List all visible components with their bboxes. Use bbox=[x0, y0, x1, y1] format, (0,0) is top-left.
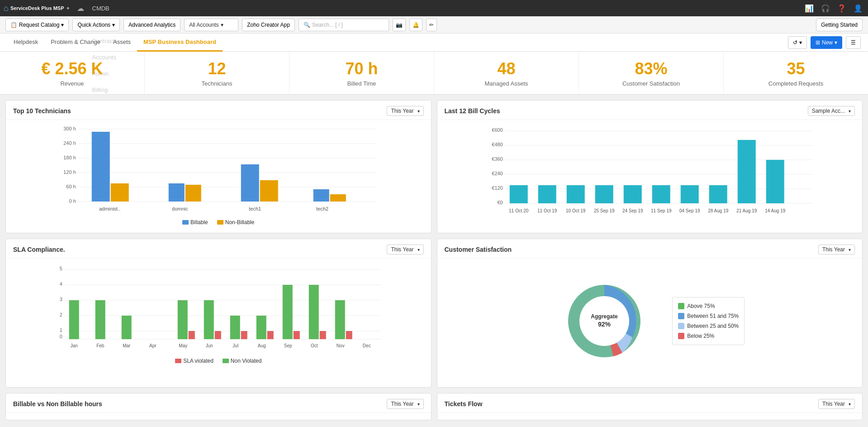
bar-aug-nv[interactable] bbox=[256, 316, 266, 339]
pencil-icon[interactable]: ✏ bbox=[426, 19, 437, 31]
legend-violated-label: SLA violated bbox=[183, 358, 213, 364]
bar-sep19-3[interactable] bbox=[652, 185, 670, 203]
advanced-analytics-btn[interactable]: Advanced Analytics bbox=[123, 19, 180, 31]
tab-assets[interactable]: Assets bbox=[107, 34, 137, 52]
sla-legend: SLA violated Non Violated bbox=[13, 358, 424, 364]
bar-jul-nv[interactable] bbox=[230, 316, 240, 339]
customer-sat-body: Aggregate 92% Above 75% Between 51 and 7… bbox=[437, 259, 863, 387]
new-btn[interactable]: ⊞ New ▾ bbox=[811, 36, 842, 49]
svg-text:Oct: Oct bbox=[311, 343, 318, 348]
help-icon[interactable]: ❓ bbox=[835, 2, 848, 14]
bar-oct19-2[interactable] bbox=[566, 185, 584, 203]
bar-tech2-nonbillable[interactable] bbox=[330, 194, 346, 202]
bill-cycles-header: Last 12 Bill Cycles Sample Acc... bbox=[437, 101, 863, 120]
billable-nonbillable-filter[interactable]: This Year bbox=[387, 399, 423, 409]
bar-administ-billable[interactable] bbox=[92, 132, 110, 202]
search-bar[interactable]: 🔍 Search... [ / ] bbox=[299, 19, 389, 31]
quick-actions-btn[interactable]: Quick Actions ▾ bbox=[72, 19, 120, 31]
bell-icon[interactable]: 🔔 bbox=[409, 19, 422, 31]
nav-item-cmdb[interactable]: CMDB bbox=[88, 0, 122, 16]
svg-text:5: 5 bbox=[60, 266, 62, 271]
cloud-icon[interactable]: ☁ bbox=[75, 2, 86, 14]
main-content: Top 10 Technicians This Year 300 h 240 h… bbox=[0, 95, 868, 426]
tab-msp-dashboard[interactable]: MSP Business Dashboard bbox=[137, 34, 223, 52]
bar-administ-nonbillable[interactable] bbox=[111, 183, 129, 202]
bar-sep19-2[interactable] bbox=[623, 185, 641, 203]
svg-text:Sep: Sep bbox=[284, 343, 292, 348]
bar-feb-nv[interactable] bbox=[95, 300, 105, 339]
bar-sep19-1[interactable] bbox=[595, 185, 613, 203]
tab-helpdesk[interactable]: Helpdesk bbox=[7, 34, 44, 52]
all-accounts-dropdown[interactable]: All Accounts ▾ bbox=[184, 19, 238, 31]
tickets-flow-filter[interactable]: This Year bbox=[818, 399, 855, 409]
legend-below-25-label: Below 25% bbox=[687, 333, 714, 339]
zoho-creator-btn[interactable]: Zoho Creator App bbox=[242, 19, 295, 31]
new-arrow: ▾ bbox=[835, 39, 837, 46]
bar-jan-nv[interactable] bbox=[69, 300, 79, 339]
bar-aug19-2[interactable] bbox=[737, 140, 755, 203]
bar-nov-v[interactable] bbox=[346, 331, 352, 339]
request-catalog-btn[interactable]: 📋 Request Catalog ▾ bbox=[5, 19, 69, 31]
revenue-label: Revenue bbox=[7, 80, 137, 87]
refresh-btn[interactable]: ↺ ▾ bbox=[788, 36, 807, 49]
bar-domnic-billable[interactable] bbox=[169, 183, 185, 202]
camera-icon[interactable]: 📷 bbox=[393, 19, 406, 31]
top-technicians-filter[interactable]: This Year bbox=[387, 106, 423, 116]
chart-icon[interactable]: 📊 bbox=[803, 2, 816, 14]
legend-above-75-label: Above 75% bbox=[687, 303, 715, 309]
bill-cycles-card: Last 12 Bill Cycles Sample Acc... €600 €… bbox=[437, 100, 863, 233]
bill-cycles-filter[interactable]: Sample Acc... bbox=[808, 106, 855, 116]
new-window-icon: ⊞ bbox=[816, 39, 820, 46]
sla-compliance-header: SLA Compliance. This Year bbox=[6, 239, 431, 259]
svg-text:€240: €240 bbox=[492, 171, 503, 176]
revenue-value: € 2.56 K bbox=[7, 59, 137, 78]
bar-tech1-billable[interactable] bbox=[241, 164, 259, 202]
bar-sep19-4[interactable] bbox=[680, 185, 698, 203]
top-technicians-filter-label: This Year bbox=[391, 108, 413, 114]
billed-time-value: 70 h bbox=[297, 59, 427, 78]
bar-sep-nv[interactable] bbox=[283, 285, 293, 339]
bar-mar-nv[interactable] bbox=[122, 316, 132, 339]
bar-oct-nv[interactable] bbox=[309, 285, 319, 339]
bill-cycles-title: Last 12 Bill Cycles bbox=[445, 107, 500, 115]
headset-icon[interactable]: 🎧 bbox=[819, 2, 832, 14]
svg-text:tech2: tech2 bbox=[316, 206, 328, 211]
sla-compliance-filter[interactable]: This Year bbox=[387, 245, 423, 254]
tab-problem-change[interactable]: Problem & Change bbox=[44, 34, 107, 52]
bar-jul-v[interactable] bbox=[241, 331, 247, 339]
bar-tech1-nonbillable[interactable] bbox=[260, 180, 278, 202]
svg-text:25 Sep 19: 25 Sep 19 bbox=[593, 208, 614, 213]
top-technicians-header: Top 10 Technicians This Year bbox=[6, 101, 431, 120]
getting-started-btn[interactable]: Getting Started bbox=[816, 19, 863, 31]
legend-below-25: Below 25% bbox=[678, 333, 739, 339]
bar-may-nv[interactable] bbox=[178, 300, 188, 339]
svg-text:60 h: 60 h bbox=[66, 184, 76, 189]
svg-text:28 Aug 19: 28 Aug 19 bbox=[708, 208, 728, 213]
bar-sep-v[interactable] bbox=[294, 331, 300, 339]
bar-aug-v[interactable] bbox=[267, 331, 274, 339]
bar-oct20[interactable] bbox=[509, 185, 527, 203]
getting-started-label: Getting Started bbox=[821, 22, 858, 28]
bar-may-v[interactable] bbox=[189, 331, 195, 339]
bar-nov-nv[interactable] bbox=[335, 300, 345, 339]
sla-chart: 5 4 3 2 1 0 Jan bbox=[13, 262, 424, 353]
bar-oct19-1[interactable] bbox=[538, 185, 556, 203]
bar-jun-v[interactable] bbox=[215, 331, 221, 339]
bar-tech2-billable[interactable] bbox=[313, 189, 329, 202]
customer-sat-filter[interactable]: This Year bbox=[818, 245, 855, 254]
legend-non-violated: Non Violated bbox=[223, 358, 262, 364]
svg-text:1: 1 bbox=[60, 327, 62, 333]
svg-text:Feb: Feb bbox=[96, 343, 104, 348]
bar-aug19-1[interactable] bbox=[709, 185, 727, 203]
user-icon[interactable]: 👤 bbox=[852, 2, 864, 14]
bar-oct-v[interactable] bbox=[320, 331, 326, 339]
search-placeholder: Search... [ / ] bbox=[312, 22, 343, 28]
more-btn[interactable]: ☰ bbox=[846, 36, 861, 49]
bar-aug19-3[interactable] bbox=[766, 160, 784, 203]
top-technicians-body: 300 h 240 h 180 h 120 h 60 h 0 h bbox=[6, 120, 431, 233]
tab-actions: ↺ ▾ ⊞ New ▾ ☰ bbox=[788, 36, 861, 49]
svg-text:tech1: tech1 bbox=[249, 206, 261, 211]
billable-nonbillable-title: Billable vs Non Billable hours bbox=[13, 400, 102, 408]
bar-domnic-nonbillable[interactable] bbox=[185, 185, 201, 202]
bar-jun-nv[interactable] bbox=[204, 300, 214, 339]
